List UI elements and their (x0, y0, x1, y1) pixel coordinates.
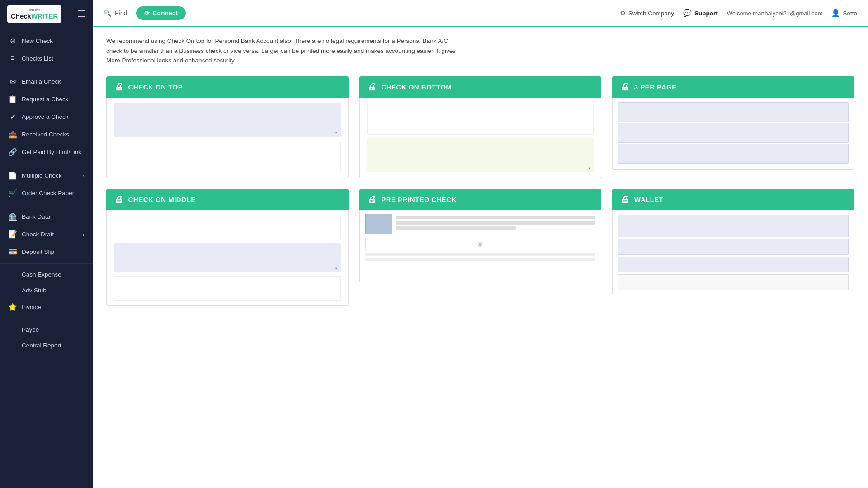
sidebar-item-adv-stub[interactable]: Adv Stub (0, 282, 93, 298)
check-on-top-label: CHECK ON TOP (128, 83, 183, 91)
sidebar-item-checks-list[interactable]: ≡ Checks List (0, 50, 93, 67)
sidebar: ONLINE CheckWRITER ☰ ⊕ New Check ≡ Check… (0, 0, 93, 488)
topbar: 🔍 Find ⟳ Connect ⚙ Switch Company 💬 Supp… (93, 0, 868, 27)
stub-top (114, 215, 341, 239)
info-text: We recommend using Check On top for Pers… (106, 36, 459, 66)
line-3 (396, 226, 516, 230)
sidebar-item-label: Check Draft (22, 231, 54, 238)
sidebar-item-bank-data[interactable]: 🏦 Bank Data (0, 208, 93, 225)
line-2 (396, 221, 596, 225)
printer-icon: 🖨 (114, 82, 124, 92)
pre-printed-button[interactable]: 🖨 PRE PRINTED CHECK (359, 189, 602, 210)
wallet-check (618, 215, 849, 237)
logo-writer: WRITER (31, 12, 58, 20)
check-lines (396, 214, 596, 230)
check-on-middle-preview (106, 210, 349, 306)
invoice-icon: ⭐ (8, 303, 17, 311)
content-area: We recommend using Check On top for Pers… (93, 27, 868, 488)
sidebar-item-label: Request a Check (22, 96, 69, 103)
sidebar-item-label: Received Checks (22, 131, 69, 138)
approve-icon: ✔ (8, 113, 17, 121)
email-icon: ✉ (8, 77, 17, 86)
wallet-option: 🖨 WALLET (612, 189, 854, 306)
wallet-stub-1 (618, 239, 849, 255)
support-button[interactable]: 💬 Support (683, 9, 718, 17)
sidebar-item-order-paper[interactable]: 🛒 Order Check Paper (0, 184, 93, 202)
bot-line-2 (365, 258, 596, 261)
printer-icon: 🖨 (620, 194, 630, 205)
check-on-bottom-button[interactable]: 🖨 CHECK ON BOTTOM (359, 76, 602, 98)
check-image (365, 214, 392, 234)
sidebar-item-multiple-check[interactable]: 📄 Multiple Check › (0, 167, 93, 184)
sidebar-item-received-checks[interactable]: 📥 Received Checks (0, 126, 93, 143)
sidebar-nav: ⊕ New Check ≡ Checks List ✉ Email a Chec… (0, 28, 93, 488)
sidebar-item-new-check[interactable]: ⊕ New Check (0, 32, 93, 50)
switch-icon: ⚙ (620, 9, 626, 17)
sidebar-item-get-paid[interactable]: 🔗 Get Paid By Html/Link (0, 143, 93, 161)
check-options-grid: 🖨 CHECK ON TOP 🖨 CHECK ON BOTTOM (106, 76, 854, 306)
settings-label: Sette (843, 10, 857, 17)
search-icon: 🔍 (104, 9, 111, 17)
stub-bottom (114, 276, 341, 301)
sidebar-item-label: New Check (22, 38, 53, 44)
printer-icon: 🖨 (114, 194, 124, 205)
link-icon: 🔗 (8, 148, 17, 156)
wallet-stub-2 (618, 257, 849, 272)
printer-icon: 🖨 (368, 82, 377, 92)
sidebar-item-label: Deposit Slip (22, 249, 54, 255)
sidebar-item-label: Adv Stub (22, 287, 47, 294)
switch-company-button[interactable]: ⚙ Switch Company (620, 9, 674, 17)
3-per-page-button[interactable]: 🖨 3 PER PAGE (612, 76, 854, 98)
sidebar-item-invoice[interactable]: ⭐ Invoice (0, 298, 93, 316)
checks-list-icon: ≡ (8, 54, 17, 62)
find-label: Find (115, 9, 127, 17)
sidebar-item-approve-check[interactable]: ✔ Approve a Check (0, 108, 93, 126)
settings-button[interactable]: 👤 Sette (831, 9, 857, 17)
check-on-middle-button[interactable]: 🖨 CHECK ON MIDDLE (106, 189, 349, 210)
connect-label: Connect (152, 9, 178, 17)
sidebar-item-label: Payee (22, 326, 39, 333)
check-on-top-button[interactable]: 🖨 CHECK ON TOP (106, 76, 349, 98)
3-per-page-preview (612, 98, 854, 170)
sidebar-item-payee[interactable]: Payee (0, 322, 93, 338)
connect-button[interactable]: ⟳ Connect (136, 6, 186, 20)
3-per-page-option: 🖨 3 PER PAGE (612, 76, 854, 178)
3-per-page-label: 3 PER PAGE (634, 83, 677, 91)
printer-icon: 🖨 (368, 194, 377, 205)
wallet-label: WALLET (634, 196, 664, 203)
sidebar-item-label: Checks List (22, 55, 53, 62)
search-area[interactable]: 🔍 Find (104, 9, 127, 17)
chevron-icon: › (83, 173, 85, 178)
check-on-middle-label: CHECK ON MIDDLE (128, 196, 196, 203)
sidebar-item-request-check[interactable]: 📋 Request a Check (0, 90, 93, 108)
preprinted-top (365, 214, 596, 234)
main-area: 🔍 Find ⟳ Connect ⚙ Switch Company 💬 Supp… (93, 0, 868, 488)
user-area: Welcome marthalyonl21@gmail.com (727, 10, 823, 17)
order-icon: 🛒 (8, 189, 17, 197)
sidebar-item-check-draft[interactable]: 📝 Check Draft › (0, 225, 93, 243)
wallet-button[interactable]: 🖨 WALLET (612, 189, 854, 210)
hamburger-icon[interactable]: ☰ (77, 9, 85, 19)
deposit-icon: 💳 (8, 248, 17, 256)
connect-icon: ⟳ (144, 9, 150, 17)
sidebar-item-cash-expense[interactable]: Cash Expense (0, 267, 93, 282)
check-row-3 (618, 144, 849, 164)
switch-label: Switch Company (628, 10, 674, 17)
check-bottom-lines (365, 253, 596, 261)
sidebar-item-label: Central Report (22, 342, 61, 349)
sidebar-item-label: Get Paid By Html/Link (22, 149, 81, 155)
multiple-check-icon: 📄 (8, 171, 17, 180)
stub-section (367, 103, 594, 135)
pre-printed-preview (359, 210, 602, 282)
wallet-preview (612, 210, 854, 295)
printer-icon: 🖨 (620, 82, 630, 92)
logo-online: ONLINE (11, 8, 58, 12)
sidebar-item-label: Email a Check (22, 78, 61, 85)
check-row-2 (618, 123, 849, 143)
sidebar-item-email-check[interactable]: ✉ Email a Check (0, 73, 93, 90)
received-icon: 📥 (8, 130, 17, 139)
check-on-bottom-preview (359, 98, 602, 178)
pre-printed-label: PRE PRINTED CHECK (381, 196, 457, 203)
sidebar-item-central-report[interactable]: Central Report (0, 338, 93, 353)
sidebar-item-deposit-slip[interactable]: 💳 Deposit Slip (0, 243, 93, 261)
